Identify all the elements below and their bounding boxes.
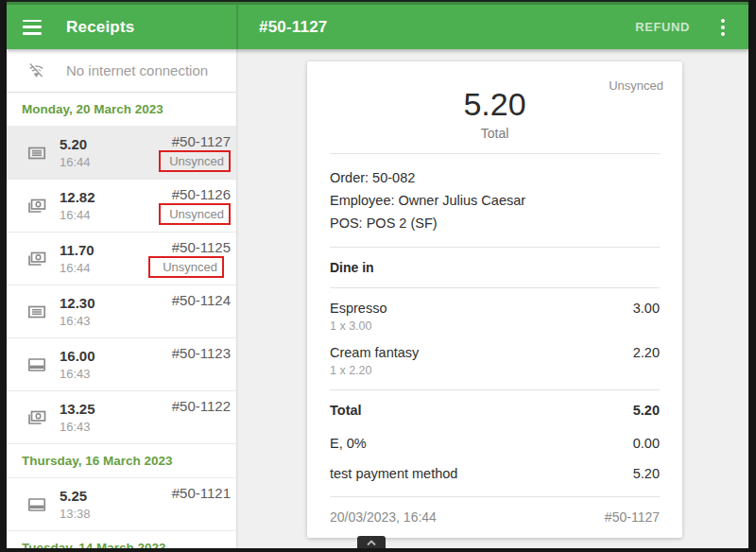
appbar-right-section: #50-1127 REFUND: [236, 5, 748, 49]
row-sync-status: Unsynced: [169, 154, 224, 168]
card-icon: [26, 493, 48, 516]
row-sync-status: Unsynced: [163, 260, 217, 274]
receipt-datetime: 20/03/2023, 16:44: [330, 509, 437, 525]
annotation-box: [226, 502, 231, 524]
receipt-list-item[interactable]: 12.30 16:43 #50-1124: [7, 285, 236, 338]
row-time: 16:44: [60, 261, 94, 275]
row-amount: 13.25: [60, 401, 95, 417]
totals-section: Total 5.20 E, 0% 0.00 test payment metho…: [330, 403, 660, 481]
row-receipt-number: #50-1121: [172, 485, 231, 501]
row-receipt-number: #50-1123: [172, 345, 231, 361]
row-time: 16:43: [60, 314, 95, 328]
row-amount: 12.82: [60, 189, 95, 205]
divider: [330, 153, 660, 154]
item-qty-line: 1 x 2.20: [330, 364, 660, 377]
row-time: 16:43: [60, 367, 95, 381]
summary-value: 5.20: [633, 466, 660, 481]
row-amount: 12.30: [60, 295, 95, 311]
row-number-block: #50-1126 Unsynced: [159, 186, 231, 225]
summary-label: Total: [330, 403, 362, 418]
menu-icon[interactable]: [23, 20, 42, 35]
annotation-box: Unsynced: [159, 150, 231, 172]
item-name: Espresso: [330, 301, 387, 316]
receipt-total-label: Total: [330, 126, 660, 141]
row-amount-block: 13.25 16:43: [60, 401, 95, 434]
receipt-number-title: #50-1127: [259, 18, 328, 37]
summary-row: test payment method 5.20: [330, 466, 660, 481]
divider: [330, 287, 660, 288]
card-icon: [26, 354, 48, 376]
receipt-list-item[interactable]: 5.25 13:38 #50-1121: [7, 478, 236, 531]
chevron-up-icon: [366, 539, 377, 546]
row-amount-block: 11.70 16:44: [60, 242, 94, 275]
row-amount: 5.25: [60, 488, 91, 504]
receipt-card: Unsynced 5.20 Total Order: 50-082 Employ…: [307, 61, 682, 538]
wifi-off-icon: [26, 60, 46, 80]
item-price: 2.20: [633, 345, 660, 360]
receipt-list-item[interactable]: 5.20 16:44 #50-1127 Unsynced: [7, 127, 236, 180]
annotation-box: [226, 309, 231, 331]
summary-label: test payment method: [330, 466, 457, 481]
summary-label: E, 0%: [330, 436, 367, 451]
page-title: Receipts: [66, 18, 134, 37]
row-amount-block: 5.25 13:38: [60, 488, 91, 521]
line-items: Espresso 3.00 1 x 3.00 Cream fantasy 2.2…: [330, 301, 660, 377]
summary-value: 5.20: [633, 403, 660, 418]
summary-value: 0.00: [633, 436, 660, 451]
row-amount: 16.00: [60, 348, 95, 364]
row-amount: 5.20: [60, 136, 91, 152]
app-screen: Receipts #50-1127 REFUND No in: [0, 0, 756, 552]
other-payment-icon: [26, 142, 48, 164]
receipt-list-panel: No internet connection Monday, 20 March …: [7, 49, 236, 548]
receipt-detail-panel: Unsynced 5.20 Total Order: 50-082 Employ…: [236, 49, 748, 548]
date-header: Thursday, 16 March 2023: [7, 444, 236, 478]
employee-info: Employee: Owner Julius Caesar: [330, 189, 660, 212]
offline-text: No internet connection: [66, 62, 208, 78]
row-receipt-number: #50-1125: [172, 239, 231, 255]
row-number-block: #50-1121: [172, 485, 231, 524]
summary-row: E, 0% 0.00: [330, 436, 660, 451]
date-section-rows: 5.25 13:38 #50-1121: [7, 478, 236, 531]
cash-icon: [26, 406, 48, 429]
overflow-menu-icon[interactable]: [718, 16, 728, 39]
receipt-footer: 20/03/2023, 16:44 #50-1127: [330, 509, 660, 525]
line-item: Espresso 3.00 1 x 3.00: [330, 301, 660, 333]
receipt-list-item[interactable]: 16.00 16:43 #50-1123: [7, 338, 236, 391]
annotation-box: Unsynced: [148, 256, 224, 278]
row-receipt-number: #50-1122: [172, 398, 231, 414]
refund-button[interactable]: REFUND: [635, 20, 690, 34]
payment-type-icon-slot: [26, 195, 48, 217]
cash-icon: [26, 248, 48, 270]
receipt-list-item[interactable]: 13.25 16:43 #50-1122: [7, 391, 236, 444]
receipt-list: Monday, 20 March 2023 5.20 16:44: [7, 93, 236, 548]
receipt-footer-number: #50-1127: [605, 509, 660, 525]
payment-type-icon-slot: [26, 301, 48, 323]
item-name: Cream fantasy: [330, 345, 419, 360]
row-number-block: #50-1123: [172, 345, 231, 384]
order-type-label: Dine in: [330, 260, 660, 275]
row-time: 16:43: [60, 420, 95, 434]
receipt-list-item[interactable]: 11.70 16:44 #50-1125 Unsynced: [7, 233, 236, 285]
item-qty-line: 1 x 3.00: [330, 319, 660, 333]
item-price: 3.00: [633, 301, 660, 316]
payment-type-icon-slot: [26, 248, 48, 270]
row-time: 16:44: [60, 208, 95, 222]
row-receipt-number: #50-1127: [172, 133, 231, 149]
app-bar: Receipts #50-1127 REFUND: [7, 5, 748, 49]
date-header: Tuesday, 14 March 2023: [7, 531, 236, 548]
receipt-list-item[interactable]: 12.82 16:44 #50-1126 Unsynced: [7, 180, 236, 233]
divider: [330, 247, 660, 248]
date-section-rows: 5.20 16:44 #50-1127 Unsynced: [7, 127, 236, 444]
row-amount-block: 16.00 16:43: [60, 348, 95, 381]
payment-type-icon-slot: [26, 493, 48, 516]
date-section: Monday, 20 March 2023 5.20 16:44: [7, 93, 236, 444]
row-sync-status: Unsynced: [169, 207, 224, 221]
pull-up-handle[interactable]: [357, 536, 386, 548]
cash-icon: [26, 195, 48, 217]
sync-status-badge: Unsynced: [609, 78, 663, 93]
row-number-block: #50-1124: [172, 292, 231, 331]
divider: [330, 496, 660, 497]
annotation-box: Unsynced: [159, 203, 231, 225]
date-header: Monday, 20 March 2023: [7, 93, 236, 127]
date-section: Thursday, 16 March 2023 5.25 13:38: [7, 444, 236, 531]
